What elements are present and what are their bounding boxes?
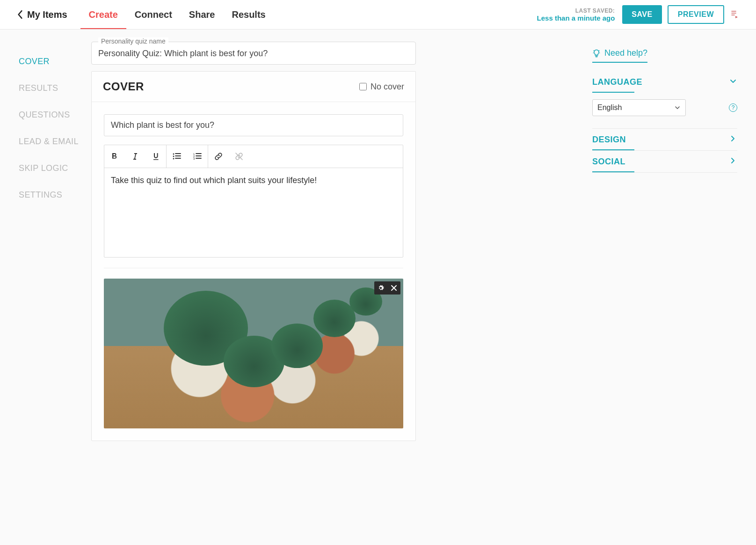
link-icon xyxy=(214,152,223,161)
last-saved-value: Less than a minute ago xyxy=(537,14,615,22)
image-settings-button[interactable] xyxy=(374,281,387,295)
language-help-icon[interactable]: ? xyxy=(729,103,737,112)
last-saved-label: LAST SAVED: xyxy=(537,7,615,14)
svg-point-1 xyxy=(173,156,174,157)
nav-connect[interactable]: Connect xyxy=(126,0,181,29)
need-help-label: Need help? xyxy=(604,48,647,58)
my-items-label: My Items xyxy=(27,9,67,20)
accordion-language-title: LANGUAGE xyxy=(592,77,642,87)
cover-title-input[interactable] xyxy=(104,114,403,136)
accordion-social-head[interactable]: SOCIAL xyxy=(592,151,737,172)
language-select[interactable]: English xyxy=(592,99,686,116)
right-panel: Need help? LANGUAGE English ? DESIGN xyxy=(578,29,756,173)
chevron-right-icon xyxy=(729,156,737,167)
unlink-icon xyxy=(234,152,244,161)
image-remove-button[interactable] xyxy=(387,281,400,295)
top-nav: Create Connect Share Results xyxy=(80,0,274,29)
accordion-social: SOCIAL xyxy=(592,151,737,173)
cover-section-head: COVER No cover xyxy=(92,72,415,102)
quiz-name-legend: Personality quiz name xyxy=(98,37,168,45)
nav-share[interactable]: Share xyxy=(181,0,224,29)
numbered-list-button[interactable]: 123 xyxy=(187,145,208,168)
no-cover-label: No cover xyxy=(371,82,404,92)
main: COVER RESULTS QUESTIONS LEAD & EMAIL SKI… xyxy=(0,29,756,441)
no-cover-checkbox[interactable] xyxy=(359,83,367,90)
chevron-right-icon xyxy=(729,134,737,145)
last-saved: LAST SAVED: Less than a minute ago xyxy=(537,7,617,22)
rte-group-format xyxy=(104,145,167,168)
divider xyxy=(104,268,403,268)
cover-section: COVER No cover xyxy=(91,71,416,441)
chevron-down-icon xyxy=(729,77,737,87)
unlink-button[interactable] xyxy=(229,145,249,168)
chevron-left-icon xyxy=(17,10,23,19)
lightbulb-icon xyxy=(592,49,601,58)
need-help-link[interactable]: Need help? xyxy=(592,48,647,63)
bold-icon xyxy=(110,152,119,161)
bullet-list-icon xyxy=(172,152,182,161)
accordion-design-head[interactable]: DESIGN xyxy=(592,129,737,150)
accordion-language: LANGUAGE English ? xyxy=(592,71,737,129)
accordion-social-underline xyxy=(592,171,634,172)
rte-group-lists: 123 xyxy=(167,145,208,168)
bullet-list-button[interactable] xyxy=(167,145,187,168)
svg-point-0 xyxy=(173,154,174,155)
text-direction-icon[interactable] xyxy=(730,10,739,19)
top-bar-left: My Items Create Connect Share Results xyxy=(17,0,274,29)
no-cover-toggle[interactable]: No cover xyxy=(359,82,404,92)
rte-group-link xyxy=(208,145,249,168)
nav-results[interactable]: Results xyxy=(223,0,274,29)
numbered-list-icon: 123 xyxy=(193,152,202,161)
accordion-design-title: DESIGN xyxy=(592,135,626,145)
svg-text:3: 3 xyxy=(193,157,195,160)
sidenav-results[interactable]: RESULTS xyxy=(19,75,91,102)
close-icon xyxy=(391,285,397,291)
sidenav-skip[interactable]: SKIP LOGIC xyxy=(19,155,91,182)
quiz-name-input[interactable] xyxy=(92,42,415,64)
description-editor: 123 Take this quiz xyxy=(104,145,403,258)
accordion-design: DESIGN xyxy=(592,129,737,151)
link-button[interactable] xyxy=(208,145,229,168)
svg-point-2 xyxy=(173,158,174,160)
nav-create[interactable]: Create xyxy=(80,0,126,29)
description-text: Take this quiz to find out which plant s… xyxy=(111,176,396,185)
top-bar: My Items Create Connect Share Results LA… xyxy=(0,0,756,29)
bold-button[interactable] xyxy=(104,145,125,168)
my-items-link[interactable]: My Items xyxy=(17,9,80,20)
side-nav: COVER RESULTS QUESTIONS LEAD & EMAIL SKI… xyxy=(0,29,91,208)
sidenav-cover[interactable]: COVER xyxy=(19,48,91,75)
language-value: English xyxy=(597,103,622,112)
accordion-language-head[interactable]: LANGUAGE xyxy=(592,71,737,93)
sidenav-settings[interactable]: SETTINGS xyxy=(19,182,91,208)
cover-section-body: 123 Take this quiz xyxy=(92,102,415,441)
sidenav-questions[interactable]: QUESTIONS xyxy=(19,102,91,128)
gear-icon xyxy=(377,284,385,292)
accordion-design-underline xyxy=(592,149,634,150)
italic-button[interactable] xyxy=(125,145,145,168)
accordion-language-body: English ? xyxy=(592,93,737,128)
top-bar-right: LAST SAVED: Less than a minute ago SAVE … xyxy=(537,5,739,24)
cover-section-title: COVER xyxy=(103,80,144,93)
underline-icon xyxy=(152,152,160,161)
description-body[interactable]: Take this quiz to find out which plant s… xyxy=(104,168,403,257)
sidenav-lead[interactable]: LEAD & EMAIL xyxy=(19,128,91,155)
preview-button[interactable]: PREVIEW xyxy=(668,5,724,24)
image-toolbar xyxy=(374,281,400,295)
accordion-social-title: SOCIAL xyxy=(592,157,625,167)
quiz-name-field: Personality quiz name xyxy=(91,42,416,65)
chevron-down-icon xyxy=(674,104,681,111)
editor: Personality quiz name COVER No cover xyxy=(91,29,416,441)
underline-button[interactable] xyxy=(145,145,166,168)
cover-image[interactable] xyxy=(104,279,403,428)
rte-toolbar: 123 xyxy=(104,145,403,168)
save-button[interactable]: SAVE xyxy=(622,5,662,24)
italic-icon xyxy=(131,152,139,161)
